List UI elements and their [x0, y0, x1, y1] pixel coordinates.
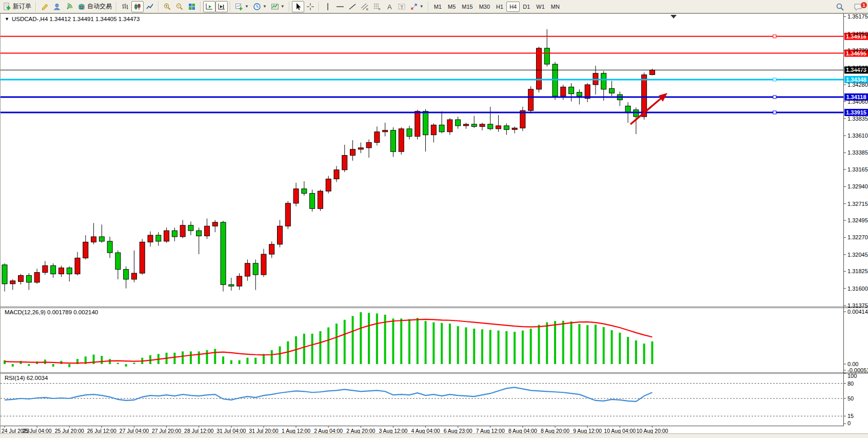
svg-text:31 Jul 04:00: 31 Jul 04:00: [216, 428, 246, 433]
candle-body: [447, 120, 452, 132]
new-order-label: 新订单: [13, 2, 31, 11]
fibonacci-tool-button[interactable]: F: [371, 1, 383, 12]
one-click-collapse-icon[interactable]: ▼: [5, 16, 9, 22]
candle-body: [334, 170, 339, 179]
candle-body: [326, 179, 331, 192]
line-handle[interactable]: [773, 35, 776, 38]
community-icon: [53, 3, 61, 11]
text-tool-button[interactable]: A: [383, 1, 396, 12]
svg-text:100: 100: [847, 373, 857, 379]
chart-background: [1, 13, 868, 433]
candle-body: [180, 225, 185, 237]
line-chart-button[interactable]: [144, 1, 156, 12]
tab-timeframe-m30[interactable]: M30: [476, 2, 493, 12]
candle-body: [463, 124, 468, 126]
new-order-button[interactable]: 新订单: [1, 1, 33, 12]
candle-body: [569, 87, 574, 93]
svg-text:1.32270: 1.32270: [847, 234, 868, 240]
candle-body: [91, 237, 96, 242]
text-label-tool-button[interactable]: T: [396, 1, 408, 12]
candle-body: [488, 124, 493, 129]
auto-scroll-button[interactable]: [203, 1, 215, 12]
community-button[interactable]: [51, 1, 63, 12]
text-icon: A: [385, 3, 393, 11]
svg-text:0.004142: 0.004142: [847, 309, 868, 315]
svg-text:2 Aug 20:00: 2 Aug 20:00: [346, 428, 375, 433]
tab-timeframe-h1[interactable]: H1: [493, 2, 506, 12]
chat-button[interactable]: 1: [852, 1, 865, 12]
svg-text:1.31825: 1.31825: [847, 268, 868, 274]
candle-body: [221, 222, 226, 284]
candle-body: [10, 281, 15, 284]
candle-body: [528, 89, 534, 110]
svg-text:28 Jul 12:00: 28 Jul 12:00: [184, 428, 213, 433]
tab-timeframe-m1[interactable]: M1: [431, 2, 445, 12]
tab-timeframe-w1[interactable]: W1: [533, 2, 548, 12]
notification-badge: 1: [861, 2, 867, 8]
candle-body: [649, 70, 655, 74]
profiles-icon: [253, 3, 261, 11]
tab-timeframe-m15[interactable]: M15: [459, 2, 476, 12]
metaeditor-icon: [41, 3, 49, 11]
profiles-button[interactable]: ▼: [251, 1, 269, 12]
candle-body: [310, 194, 315, 209]
svg-text:27 Jul 20:00: 27 Jul 20:00: [152, 428, 181, 433]
candlestick-chart-button[interactable]: [131, 1, 144, 12]
search-button[interactable]: [834, 1, 846, 12]
autotrading-button[interactable]: 自动交易: [75, 1, 114, 12]
new-chart-button[interactable]: ▼: [233, 1, 251, 12]
candle-body: [83, 242, 88, 258]
candle-body: [148, 235, 153, 242]
chart-shift-button[interactable]: [215, 1, 228, 12]
candle-body: [196, 231, 202, 236]
signals-icon: [65, 3, 73, 11]
svg-text:6 Aug 23:00: 6 Aug 23:00: [444, 428, 472, 433]
cursor-tool-button[interactable]: [292, 1, 304, 12]
svg-text:1.32495: 1.32495: [847, 217, 868, 223]
templates-button[interactable]: ▼: [269, 1, 287, 12]
zoom-out-button[interactable]: [173, 1, 186, 12]
candle-body: [75, 258, 80, 274]
candle-body: [431, 125, 436, 135]
fibonacci-icon: F: [373, 3, 381, 11]
signals-button[interactable]: [63, 1, 75, 12]
chart-window[interactable]: 1.349161.346951.344731.343481.341181.339…: [0, 13, 868, 433]
line-handle[interactable]: [773, 111, 776, 114]
separator: [116, 2, 117, 12]
tab-timeframe-m5[interactable]: M5: [445, 2, 459, 12]
candle-body: [269, 244, 274, 254]
bar-chart-button[interactable]: [119, 1, 131, 12]
svg-text:15: 15: [847, 413, 854, 419]
candle-body: [237, 276, 242, 286]
tab-timeframe-h4[interactable]: H4: [506, 2, 520, 12]
line-handle[interactable]: [773, 78, 776, 81]
candle-body: [278, 226, 283, 244]
chart-canvas[interactable]: 1.349161.346951.344731.343481.341181.339…: [1, 13, 868, 433]
line-handle[interactable]: [773, 96, 776, 99]
candle-body: [245, 263, 250, 276]
channel-tool-button[interactable]: E: [359, 1, 371, 12]
candle-body: [342, 156, 347, 170]
trendline-tool-button[interactable]: [346, 1, 359, 12]
candle-body: [293, 189, 299, 203]
zoom-in-button[interactable]: [161, 1, 173, 12]
horizontal-line-tool-button[interactable]: [334, 1, 346, 12]
candle-body: [456, 120, 461, 126]
candle-body: [205, 226, 210, 236]
svg-text:80: 80: [847, 380, 854, 387]
tab-timeframe-d1[interactable]: D1: [520, 2, 533, 12]
candle-body: [124, 270, 129, 279]
candle-body: [58, 268, 64, 274]
tab-timeframe-mn[interactable]: MN: [548, 2, 563, 12]
metaeditor-button[interactable]: [38, 1, 51, 12]
svg-text:1.32715: 1.32715: [847, 201, 868, 207]
crosshair-tool-button[interactable]: [304, 1, 317, 12]
candle-body: [2, 265, 7, 284]
svg-text:1.32045: 1.32045: [847, 252, 868, 258]
svg-text:1.34505: 1.34505: [847, 65, 868, 71]
candle-body: [212, 222, 218, 226]
tile-windows-button[interactable]: [186, 1, 198, 12]
vertical-line-tool-button[interactable]: [322, 1, 334, 12]
arrows-tool-button[interactable]: ▼: [408, 1, 426, 12]
vertical-line-icon: [324, 3, 332, 11]
